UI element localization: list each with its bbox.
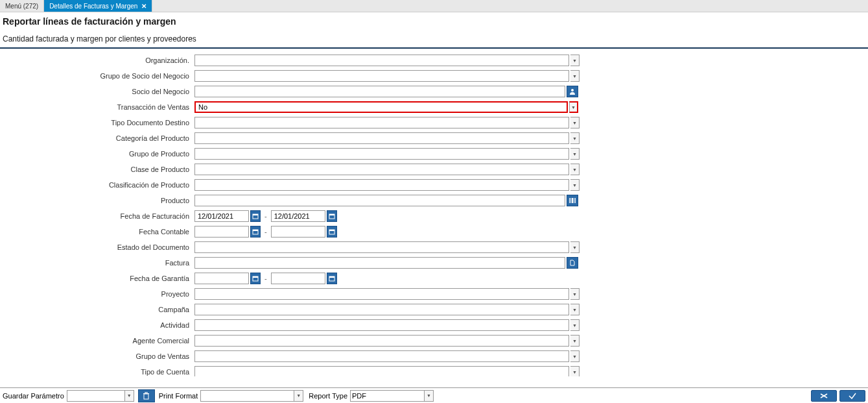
page-subtitle: Cantidad facturada y margen por clientes… <box>3 34 865 43</box>
svg-rect-5 <box>575 198 576 203</box>
label-categoria: Categoría del Producto <box>0 134 194 142</box>
input-actividad[interactable] <box>194 319 569 331</box>
label-organizacion: Organización. <box>0 56 194 64</box>
chevron-down-icon[interactable]: ▼ <box>570 148 580 160</box>
tab-menu[interactable]: Menú (272) <box>0 0 44 12</box>
chevron-down-icon[interactable]: ▼ <box>570 132 580 144</box>
svg-rect-1 <box>569 198 570 203</box>
svg-rect-13 <box>329 230 334 231</box>
input-producto[interactable] <box>194 195 565 206</box>
chevron-down-icon[interactable]: ▼ <box>570 241 580 253</box>
calendar-icon[interactable] <box>250 273 261 284</box>
label-actividad: Actividad <box>0 321 194 329</box>
chevron-down-icon[interactable]: ▼ <box>570 164 580 175</box>
chevron-down-icon[interactable]: ▼ <box>570 335 580 347</box>
calendar-icon[interactable] <box>327 273 337 284</box>
input-grupo-prod[interactable] <box>194 148 569 160</box>
label-grupo-prod: Grupo de Producto <box>0 150 194 158</box>
input-organizacion[interactable] <box>194 55 569 66</box>
label-transaccion: Transacción de Ventas <box>0 103 194 111</box>
input-factura[interactable] <box>194 257 565 269</box>
label-factura: Factura <box>0 259 194 267</box>
document-icon[interactable] <box>567 257 578 269</box>
chevron-down-icon[interactable]: ▼ <box>570 350 580 362</box>
label-fecha-fact: Fecha de Facturación <box>0 212 194 220</box>
date-separator: - <box>264 275 267 282</box>
input-grupo-ventas[interactable] <box>194 350 569 362</box>
label-campana: Campaña <box>0 306 194 313</box>
input-proyecto[interactable] <box>194 288 569 300</box>
svg-point-0 <box>571 89 574 92</box>
input-estado[interactable] <box>194 241 569 253</box>
page-header: Reportar líneas de facturación y margen … <box>0 12 868 49</box>
chevron-down-icon[interactable]: ▼ <box>570 288 580 300</box>
input-categoria[interactable] <box>194 132 569 144</box>
chevron-down-icon[interactable]: ▼ <box>569 101 578 113</box>
label-fecha-gar: Fecha de Garantía <box>0 275 194 282</box>
input-fecha-fact-to[interactable] <box>271 210 325 222</box>
svg-rect-2 <box>570 198 571 203</box>
user-icon[interactable] <box>567 86 578 97</box>
tab-details[interactable]: Detalles de Facturas y Margen ✕ <box>44 0 152 12</box>
chevron-down-icon[interactable]: ▼ <box>570 319 580 331</box>
page-title: Reportar líneas de facturación y margen <box>3 16 865 27</box>
date-separator: - <box>264 212 267 220</box>
tab-details-label: Detalles de Facturas y Margen <box>49 3 137 10</box>
label-fecha-cont: Fecha Contable <box>0 228 194 236</box>
input-tipo-cuenta[interactable] <box>194 366 569 376</box>
input-fecha-fact-from[interactable] <box>194 210 249 222</box>
input-clasif-prod[interactable] <box>194 179 569 191</box>
input-fecha-gar-from[interactable] <box>194 273 249 284</box>
chevron-down-icon[interactable]: ▼ <box>570 117 580 128</box>
calendar-icon[interactable] <box>250 210 261 222</box>
label-clase-prod: Clase de Producto <box>0 165 194 173</box>
tab-menu-label: Menú (272) <box>5 3 38 10</box>
chevron-down-icon[interactable]: ▼ <box>570 70 580 82</box>
svg-rect-9 <box>329 214 334 215</box>
input-clase-prod[interactable] <box>194 164 569 175</box>
svg-rect-4 <box>574 198 574 203</box>
input-agente[interactable] <box>194 335 569 347</box>
calendar-icon[interactable] <box>327 210 337 222</box>
label-tipo-doc: Tipo Documento Destino <box>0 119 194 127</box>
label-clasif-prod: Clasificación de Producto <box>0 181 194 189</box>
label-producto: Producto <box>0 197 194 204</box>
label-agente: Agente Comercial <box>0 337 194 345</box>
chevron-down-icon[interactable]: ▼ <box>570 55 580 66</box>
date-separator: - <box>264 228 267 236</box>
input-grupo-socio[interactable] <box>194 70 569 82</box>
svg-rect-11 <box>253 230 258 231</box>
label-tipo-cuenta: Tipo de Cuenta <box>0 368 194 376</box>
calendar-icon[interactable] <box>250 226 261 238</box>
input-transaccion[interactable] <box>194 101 568 113</box>
label-proyecto: Proyecto <box>0 290 194 298</box>
svg-rect-3 <box>572 198 573 203</box>
chevron-down-icon[interactable]: ▼ <box>570 304 580 315</box>
label-estado: Estado del Documento <box>0 243 194 251</box>
input-socio[interactable] <box>194 86 565 97</box>
input-fecha-cont-to[interactable] <box>271 226 325 238</box>
chevron-down-icon[interactable]: ▼ <box>570 179 580 191</box>
calendar-icon[interactable] <box>327 226 337 238</box>
svg-rect-17 <box>329 276 334 278</box>
input-campana[interactable] <box>194 304 569 315</box>
label-grupo-socio: Grupo de Socio del Negocio <box>0 72 194 80</box>
label-grupo-ventas: Grupo de Ventas <box>0 352 194 360</box>
svg-rect-15 <box>253 276 258 278</box>
barcode-icon[interactable] <box>567 195 578 206</box>
form-area: Organización. ▼ Grupo de Socio del Negoc… <box>0 49 868 376</box>
input-fecha-gar-to[interactable] <box>271 273 325 284</box>
close-icon[interactable]: ✕ <box>141 3 147 10</box>
input-tipo-doc[interactable] <box>194 117 569 128</box>
svg-rect-7 <box>253 214 258 215</box>
input-fecha-cont-from[interactable] <box>194 226 249 238</box>
tab-bar: Menú (272) Detalles de Facturas y Margen… <box>0 0 868 12</box>
label-socio: Socio del Negocio <box>0 88 194 95</box>
chevron-down-icon[interactable]: ▼ <box>570 366 580 376</box>
